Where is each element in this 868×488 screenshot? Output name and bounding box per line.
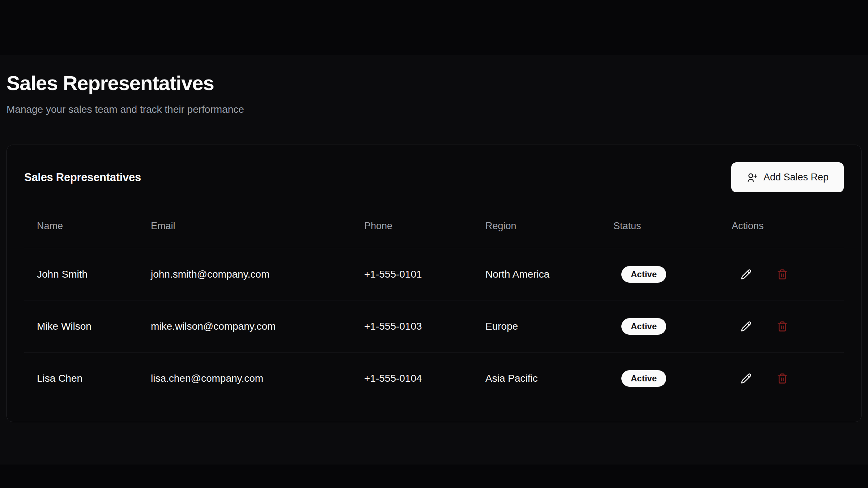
trash-icon	[777, 373, 788, 384]
cell-name: Mike Wilson	[24, 300, 138, 352]
cell-name: John Smith	[24, 248, 138, 300]
table-row: Lisa Chen lisa.chen@company.com +1-555-0…	[24, 352, 844, 404]
cell-status: Active	[601, 248, 719, 300]
status-badge: Active	[621, 370, 666, 387]
add-sales-rep-button[interactable]: Add Sales Rep	[731, 162, 844, 192]
cell-actions	[719, 300, 844, 352]
column-header-name: Name	[24, 207, 138, 248]
cell-name: Lisa Chen	[24, 352, 138, 404]
table-header-row: Name Email Phone Region Status Actions	[24, 207, 844, 248]
column-header-actions: Actions	[719, 207, 844, 248]
cell-phone: +1-555-0101	[352, 248, 473, 300]
table-row: Mike Wilson mike.wilson@company.com +1-5…	[24, 300, 844, 352]
edit-button[interactable]	[738, 318, 754, 334]
pencil-icon	[741, 321, 752, 332]
cell-actions	[719, 248, 844, 300]
status-badge: Active	[621, 266, 666, 283]
edit-button[interactable]	[738, 266, 754, 282]
cell-phone: +1-555-0103	[352, 300, 473, 352]
edit-button[interactable]	[738, 371, 754, 386]
page-subtitle: Manage your sales team and track their p…	[7, 103, 861, 116]
cell-status: Active	[601, 300, 719, 352]
row-actions	[738, 371, 844, 386]
cell-actions	[719, 352, 844, 404]
delete-button[interactable]	[774, 371, 790, 386]
cell-region: North America	[473, 248, 601, 300]
page-title: Sales Representatives	[7, 72, 861, 94]
pencil-icon	[741, 373, 752, 384]
sales-representatives-page: Sales Representatives Manage your sales …	[0, 0, 868, 422]
sales-reps-table: Name Email Phone Region Status Actions J…	[24, 207, 844, 404]
cell-email: lisa.chen@company.com	[138, 352, 352, 404]
trash-icon	[777, 269, 788, 280]
cell-region: Europe	[473, 300, 601, 352]
table-row: John Smith john.smith@company.com +1-555…	[24, 248, 844, 300]
trash-icon	[777, 321, 788, 332]
bottom-band	[0, 465, 868, 488]
user-plus-icon	[746, 172, 757, 183]
card-header: Sales Representatives Add Sales Rep	[24, 162, 844, 192]
row-actions	[738, 266, 844, 282]
add-sales-rep-label: Add Sales Rep	[763, 172, 829, 183]
delete-button[interactable]	[774, 318, 790, 334]
cell-phone: +1-555-0104	[352, 352, 473, 404]
cell-email: mike.wilson@company.com	[138, 300, 352, 352]
delete-button[interactable]	[774, 266, 790, 282]
pencil-icon	[741, 269, 752, 280]
cell-region: Asia Pacific	[473, 352, 601, 404]
cell-email: john.smith@company.com	[138, 248, 352, 300]
cell-status: Active	[601, 352, 719, 404]
column-header-region: Region	[473, 207, 601, 248]
row-actions	[738, 318, 844, 334]
column-header-email: Email	[138, 207, 352, 248]
status-badge: Active	[621, 318, 666, 335]
column-header-phone: Phone	[352, 207, 473, 248]
sales-reps-card: Sales Representatives Add Sales Rep	[7, 145, 861, 422]
column-header-status: Status	[601, 207, 719, 248]
card-title: Sales Representatives	[24, 171, 141, 184]
